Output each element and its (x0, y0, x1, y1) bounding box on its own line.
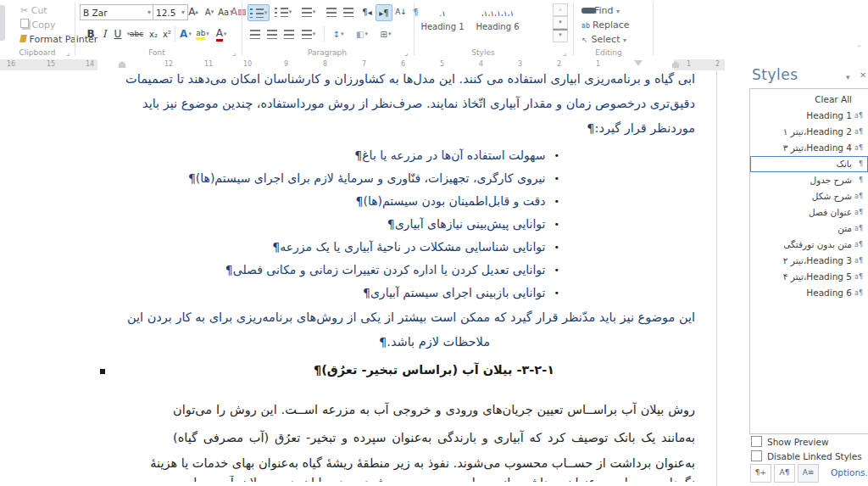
style-list-item[interactable]: ¶aشرح شکل (750, 188, 868, 204)
paragraph-line: موردنظر قرار گیرد:¶ (173, 121, 695, 135)
bullet-icon: • (554, 265, 560, 276)
style-list-item[interactable]: Clear All (750, 92, 868, 108)
ruler-number: 3 (518, 60, 522, 68)
ltr-direction-button[interactable]: ¶◂ (359, 4, 375, 20)
options-link[interactable]: Options... (831, 467, 868, 478)
strikethrough-button[interactable]: abc (129, 26, 144, 42)
styles-dialog-launcher[interactable]: ⌟ (563, 48, 566, 57)
center-button[interactable] (264, 26, 280, 42)
paragraph-line: روش بیلان آب براســاس تعیین جریان‌های ور… (173, 403, 695, 416)
style-list-item[interactable]: ¶aHeading 2،تیتر ١ (750, 124, 868, 140)
chevron-down-icon[interactable]: ▾ (846, 73, 850, 81)
shading-button[interactable]: ◧▾ (353, 26, 371, 42)
disable-linked-styles-checkbox[interactable]: Disable Linked Styles (751, 450, 862, 461)
bullet-icon: • (554, 242, 560, 253)
manage-styles-button[interactable]: A≡ (798, 464, 819, 483)
style-list-item[interactable]: ¶aمتن بدون تورفتگی (750, 237, 868, 253)
ruler-number: 11 (204, 60, 213, 68)
style-inspector-button[interactable]: A¶ (774, 464, 795, 483)
paragraph-line: به‌مانند یک بانک توصیف کرد که آبیاری و ب… (173, 431, 695, 444)
style-list-item[interactable]: ¶aعنوان فصل (750, 204, 868, 221)
style-list-item[interactable]: ¶aHeading 1 (750, 108, 868, 124)
line-spacing-icon: ↕ (333, 30, 340, 39)
style-list-item[interactable]: ¶شرح جدول (750, 172, 868, 188)
editing-group-label: Editing (583, 48, 634, 57)
font-color-button[interactable]: A▾ (214, 26, 229, 42)
clipped-paragraph-line: نگهداری حساب به‌عنوان برداشت از حساب محس… (173, 476, 695, 482)
list-item: •توانایی شناسایی مشکلات در ناحیهٔ آبیاری… (146, 235, 695, 258)
ruler-number: 5 (440, 60, 444, 68)
borders-button[interactable]: ⊞▾ (376, 26, 395, 42)
align-right-button[interactable] (248, 26, 263, 42)
paragraph-group-label: Paragraph (293, 48, 361, 57)
align-left-icon (284, 30, 294, 39)
style-list-item[interactable]: ¶aHeading 3،تیتر ٢ (750, 253, 868, 269)
gallery-scroll-up-button[interactable]: ▴ (553, 3, 568, 16)
shrink-font-button[interactable]: A▾ (202, 4, 217, 20)
style-list-item[interactable]: ¶بانک (750, 156, 868, 172)
collapse-ribbon-button[interactable]: ⌃ (856, 44, 863, 53)
list-item: •توانایی پیش‌بینی نیازهای آبیاری¶ (146, 212, 695, 235)
horizontal-ruler[interactable]: 16151412111098765432112 (0, 59, 725, 70)
style-type-icon: ¶a (852, 109, 863, 123)
clear-formatting-button[interactable]: A (231, 4, 246, 20)
grow-font-button[interactable]: A▴ (186, 4, 201, 20)
increase-indent-button[interactable] (341, 4, 356, 20)
text-effects-button[interactable]: A▾ (178, 26, 193, 42)
select-button[interactable]: ↖Select ▾ (581, 34, 626, 45)
checkbox-icon (751, 436, 762, 447)
line-spacing-button[interactable]: ↕▾ (329, 26, 348, 42)
style-preview: ،١،١،١،١،١ (471, 3, 524, 22)
close-icon[interactable]: ✕ (860, 70, 866, 80)
list-item: •دقت و قابل‌اطمینان بودن سیستم(ها)¶ (146, 189, 695, 212)
paste-button-partial[interactable] (0, 5, 5, 41)
style-list-item[interactable]: ¶aمتن (750, 221, 868, 237)
gallery-more-button[interactable]: ▾ (553, 29, 568, 42)
style-type-icon: ¶a (852, 286, 863, 300)
style-gallery-heading1[interactable]: .١ Heading 1 (419, 3, 466, 42)
shading-bucket-icon: ◧ (356, 30, 364, 39)
superscript-button[interactable]: x² (159, 26, 175, 42)
document-page[interactable]: ابی گیاه و برنامه‌ریزی ابیاری استفاده می… (0, 70, 716, 486)
justify-button[interactable]: ▾ (298, 26, 319, 42)
small-separator (324, 26, 325, 42)
bullet-icon: • (554, 196, 560, 207)
ruler-number: 9 (284, 60, 288, 68)
style-gallery-heading6[interactable]: ،١،١،١،١،١ Heading 6 (471, 3, 524, 42)
copy-button[interactable]: Copy (20, 19, 55, 31)
paragraph-dialog-launcher[interactable]: ⌟ (404, 48, 408, 57)
font-size-combo[interactable]: 12.5▾ (153, 4, 188, 20)
gallery-scroll-down-button[interactable]: ▾ (553, 16, 568, 29)
font-dialog-launcher[interactable]: ⌟ (232, 48, 236, 57)
decrease-indent-button[interactable] (324, 4, 339, 20)
new-style-button[interactable]: ¶+ (750, 464, 771, 483)
multilevel-list-button[interactable]: ▾ (298, 4, 319, 20)
align-right-icon (250, 30, 260, 39)
new-style-icon: ¶+ (755, 468, 766, 477)
style-type-icon: ¶a (852, 254, 863, 268)
scissors-icon: ✂ (20, 5, 28, 16)
manage-styles-icon: A≡ (803, 468, 815, 477)
highlight-color-button[interactable]: ab▾ (195, 26, 210, 42)
first-line-indent-marker[interactable] (634, 60, 643, 66)
font-name-combo[interactable]: B Zar▾ (80, 4, 154, 20)
style-list-item[interactable]: ¶aHeading 4،تیتر ٣ (750, 140, 868, 156)
style-inspector-icon: A¶ (780, 468, 790, 477)
word-window: ✂ Cut Copy Format Painter Clipboard ⌟ B … (0, 0, 868, 486)
cut-button[interactable]: ✂ Cut (20, 5, 47, 16)
numbering-button[interactable]: ▾ (273, 4, 293, 20)
styles-list: Clear All¶aHeading 1¶aHeading 2،تیتر ١¶a… (749, 88, 868, 434)
bullet-icon: • (554, 150, 560, 161)
show-preview-checkbox[interactable]: Show Preview (751, 436, 829, 447)
rtl-direction-button[interactable]: ▸¶ (376, 4, 392, 21)
sort-button[interactable]: A↓ (393, 4, 409, 20)
ruler-number: 1 (596, 60, 600, 68)
style-list-item[interactable]: ¶aHeading 6 (750, 285, 868, 301)
find-button[interactable]: Find ▾ (581, 5, 620, 16)
bullets-button[interactable]: ▾ (248, 4, 270, 21)
clipboard-dialog-launcher[interactable]: ⌟ (66, 48, 70, 57)
replace-button[interactable]: abReplace (581, 20, 630, 31)
style-type-icon: ¶a (852, 141, 863, 155)
style-list-item[interactable]: ¶aHeading 5،تیتر ۴ (750, 269, 868, 285)
align-left-button[interactable] (281, 26, 297, 42)
